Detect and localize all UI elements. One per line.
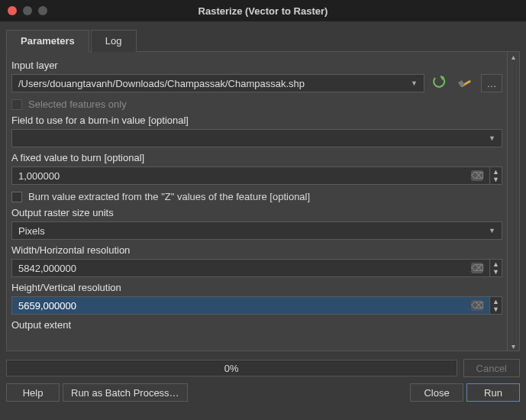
input-layer-select[interactable]: /Users/douangtavanh/Downloads/Champassak… — [11, 74, 424, 92]
dialog-title: Rasterize (Vector to Raster) — [0, 5, 526, 17]
width-field-wrap: 5842,000000 ⌫ ▲▼ — [11, 259, 502, 277]
tab-parameters[interactable]: Parameters — [6, 30, 89, 52]
width-spinner[interactable]: ▲▼ — [490, 259, 502, 277]
width-text: 5842,000000 — [18, 263, 466, 274]
height-text: 5659,000000 — [18, 300, 466, 312]
tab-log[interactable]: Log — [91, 30, 137, 52]
burn-field-select[interactable]: ▼ — [11, 129, 502, 147]
burn-z-checkbox[interactable] — [11, 192, 22, 202]
titlebar: Rasterize (Vector to Raster) — [0, 0, 526, 21]
progress-text: 0% — [224, 363, 239, 374]
input-layer-label: Input layer — [11, 60, 502, 71]
height-field-wrap: 5659,000000 ⌫ ▲▼ — [11, 296, 502, 315]
fixed-value-field-wrap: 1,000000 ⌫ ▲▼ — [11, 166, 502, 185]
height-spinner[interactable]: ▲▼ — [490, 296, 502, 315]
more-icon: … — [487, 78, 497, 89]
width-label: Width/Horizontal resolution — [11, 244, 502, 256]
batch-button[interactable]: Run as Batch Process… — [63, 383, 188, 402]
progress-bar: 0% — [6, 360, 457, 376]
help-button[interactable]: Help — [6, 383, 60, 402]
settings-button[interactable] — [455, 74, 476, 92]
fixed-value-text: 1,000000 — [18, 170, 466, 182]
button-row: Help Run as Batch Process… Close Run — [6, 383, 520, 402]
scroll-up-icon[interactable]: ▴ — [509, 52, 518, 61]
run-button[interactable]: Run — [466, 383, 520, 402]
scroll-down-icon[interactable]: ▾ — [509, 341, 518, 351]
height-label: Height/Vertical resolution — [11, 282, 502, 293]
height-input[interactable]: 5659,000000 ⌫ — [11, 296, 490, 315]
chevron-down-icon: ▼ — [489, 227, 495, 234]
clear-icon[interactable]: ⌫ — [471, 263, 483, 273]
clear-icon[interactable]: ⌫ — [471, 300, 483, 311]
browse-button[interactable]: … — [481, 74, 502, 92]
fixed-value-label: A fixed value to burn [optional] — [11, 152, 502, 163]
cancel-button: Cancel — [463, 359, 520, 377]
burn-z-label: Burn value extracted from the "Z" values… — [28, 191, 310, 202]
parameters-panel: Input layer /Users/douangtavanh/Download… — [7, 52, 507, 351]
panel-scrollbar[interactable]: ▴ ▾ — [507, 52, 519, 351]
selected-features-checkbox — [11, 99, 22, 110]
close-button[interactable]: Close — [410, 383, 463, 402]
width-input[interactable]: 5842,000000 ⌫ — [11, 259, 490, 277]
burn-field-label: Field to use for a burn-in value [option… — [11, 115, 502, 126]
parameters-panel-wrap: Input layer /Users/douangtavanh/Download… — [6, 52, 520, 351]
fixed-value-input[interactable]: 1,000000 ⌫ — [11, 166, 490, 185]
selected-features-label: Selected features only — [28, 99, 127, 110]
extent-label: Output extent — [11, 319, 502, 331]
reload-button[interactable] — [429, 74, 450, 92]
size-units-label: Output raster size units — [11, 207, 502, 218]
progress-row: 0% Cancel — [6, 359, 520, 377]
size-units-value: Pixels — [18, 225, 45, 237]
fixed-value-spinner[interactable]: ▲▼ — [490, 166, 502, 185]
clear-icon[interactable]: ⌫ — [471, 170, 483, 181]
size-units-select[interactable]: Pixels ▼ — [11, 221, 502, 240]
chevron-down-icon: ▼ — [411, 79, 418, 87]
dialog-body: Parameters Log Input layer /Users/douang… — [0, 21, 526, 420]
input-layer-value: /Users/douangtavanh/Downloads/Champassak… — [18, 78, 305, 89]
tab-bar: Parameters Log — [6, 29, 520, 52]
chevron-down-icon: ▼ — [489, 134, 495, 142]
